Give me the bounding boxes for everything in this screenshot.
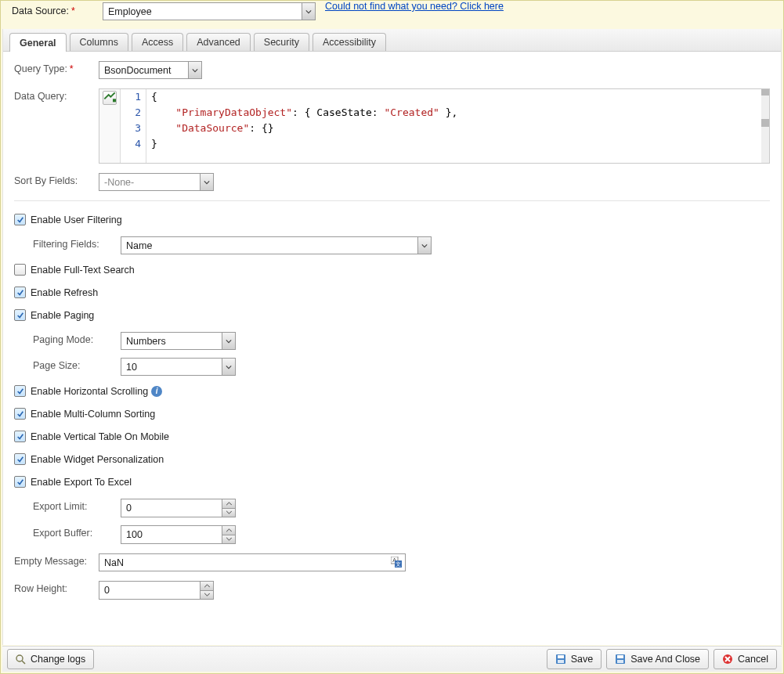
save-button[interactable]: Save (547, 649, 602, 669)
export-buffer-label: Export Buffer: (33, 525, 121, 539)
query-type-select[interactable]: BsonDocument (99, 61, 202, 79)
editor-gutter: 1 2 3 4 (121, 89, 146, 163)
editor-expand-icon[interactable] (103, 91, 117, 105)
empty-message-label: Empty Message: (14, 553, 99, 567)
enable-personalization-label: Enable Widget Personalization (31, 454, 164, 465)
tab-general[interactable]: General (9, 33, 67, 52)
spinner-up-icon[interactable] (201, 582, 213, 591)
sort-by-select[interactable]: -None- (99, 173, 214, 191)
query-type-label: Query Type:* (14, 61, 99, 74)
data-query-editor[interactable]: 1 2 3 4 { "PrimaryDataObject": { CaseSta… (99, 88, 770, 164)
filtering-fields-select[interactable]: Name (121, 236, 432, 254)
page-size-value: 10 (121, 362, 222, 373)
tab-access[interactable]: Access (132, 33, 183, 51)
magnifier-icon (16, 654, 26, 665)
help-link[interactable]: Could not find what you need? Click here (325, 1, 504, 12)
save-label: Save (571, 654, 594, 665)
translate-icon[interactable]: A文 (391, 557, 402, 570)
svg-rect-0 (113, 99, 116, 102)
spinner-down-icon[interactable] (222, 509, 235, 517)
export-limit-label: Export Limit: (33, 499, 121, 512)
enable-horizontal-scroll-checkbox[interactable] (14, 385, 26, 397)
row-height-label: Row Height: (14, 581, 99, 594)
spinner-down-icon[interactable] (201, 591, 213, 600)
tab-columns[interactable]: Columns (70, 33, 128, 51)
save-close-button[interactable]: Save And Close (606, 649, 709, 669)
chevron-down-icon[interactable] (222, 359, 235, 375)
tab-advanced[interactable]: Advanced (186, 33, 251, 51)
enable-export-checkbox[interactable] (14, 476, 26, 488)
enable-multi-sort-checkbox[interactable] (14, 408, 26, 420)
spinner-up-icon[interactable] (222, 526, 235, 535)
tab-security[interactable]: Security (254, 33, 309, 51)
info-icon[interactable]: i (151, 386, 162, 397)
export-buffer-value: 100 (121, 526, 222, 543)
data-source-label: Data Source:* (12, 2, 103, 16)
enable-vertical-mobile-label: Enable Vertical Table On Mobile (31, 431, 169, 442)
filtering-fields-label: Filtering Fields: (33, 236, 121, 250)
footer: Change logs Save Save And Close Cancel (2, 646, 782, 672)
svg-rect-12 (617, 660, 623, 663)
export-buffer-input[interactable]: 100 (121, 525, 236, 544)
chevron-down-icon[interactable] (188, 62, 201, 78)
enable-user-filtering-checkbox[interactable] (14, 214, 26, 225)
editor-body[interactable]: { "PrimaryDataObject": { CaseState: "Cre… (146, 89, 769, 163)
export-limit-input[interactable]: 0 (121, 499, 236, 517)
data-source-select[interactable]: Employee (103, 2, 316, 20)
enable-vertical-mobile-checkbox[interactable] (14, 431, 26, 442)
svg-rect-8 (558, 655, 564, 658)
enable-refresh-checkbox[interactable] (14, 287, 26, 298)
enable-multi-sort-label: Enable Multi-Column Sorting (31, 409, 155, 420)
cancel-button[interactable]: Cancel (714, 649, 777, 669)
cancel-icon (722, 654, 733, 665)
svg-rect-11 (617, 655, 623, 658)
data-source-value: Employee (103, 6, 302, 17)
save-icon (555, 654, 566, 665)
tab-accessibility[interactable]: Accessibility (313, 33, 386, 51)
tab-strip: General Columns Access Advanced Security… (3, 29, 781, 52)
svg-text:文: 文 (396, 561, 401, 567)
enable-export-label: Enable Export To Excel (31, 477, 132, 488)
empty-message-input[interactable]: NaN A文 (99, 553, 406, 571)
svg-line-6 (22, 661, 25, 664)
save-close-label: Save And Close (630, 654, 700, 665)
chevron-down-icon[interactable] (302, 3, 315, 20)
svg-point-5 (16, 655, 23, 661)
enable-paging-checkbox[interactable] (14, 309, 26, 321)
spinner-down-icon[interactable] (222, 535, 235, 544)
spinner-up-icon[interactable] (222, 499, 235, 509)
paging-mode-value: Numbers (121, 336, 222, 347)
sort-by-value: -None- (99, 177, 200, 188)
page-size-label: Page Size: (33, 358, 121, 371)
row-height-input[interactable]: 0 (99, 581, 214, 600)
export-limit-value: 0 (121, 499, 222, 517)
query-type-value: BsonDocument (99, 65, 188, 76)
chevron-down-icon[interactable] (200, 174, 213, 190)
enable-full-text-label: Enable Full-Text Search (31, 265, 135, 276)
change-logs-label: Change logs (31, 654, 85, 665)
paging-mode-select[interactable]: Numbers (121, 332, 236, 350)
paging-mode-label: Paging Mode: (33, 332, 121, 345)
enable-full-text-checkbox[interactable] (14, 264, 26, 276)
page-size-select[interactable]: 10 (121, 358, 236, 376)
enable-paging-label: Enable Paging (31, 310, 94, 321)
save-icon (615, 654, 626, 665)
editor-scrollbar[interactable] (761, 89, 769, 163)
empty-message-value: NaN (99, 557, 405, 568)
enable-personalization-checkbox[interactable] (14, 453, 26, 465)
filtering-fields-value: Name (121, 240, 417, 251)
data-query-label: Data Query: (14, 88, 99, 102)
svg-rect-9 (558, 660, 564, 663)
row-height-value: 0 (99, 582, 200, 599)
enable-user-filtering-label: Enable User Filtering (31, 214, 122, 225)
cancel-label: Cancel (738, 654, 768, 665)
change-logs-button[interactable]: Change logs (7, 649, 94, 669)
enable-refresh-label: Enable Refresh (31, 287, 98, 298)
enable-horizontal-scroll-label: Enable Horizontal Scrolling (31, 386, 148, 397)
sort-by-label: Sort By Fields: (14, 173, 99, 186)
chevron-down-icon[interactable] (222, 333, 235, 349)
chevron-down-icon[interactable] (417, 237, 431, 254)
